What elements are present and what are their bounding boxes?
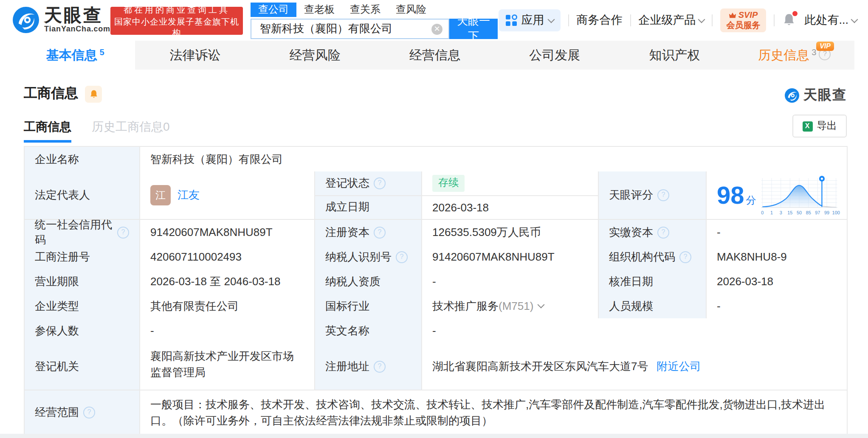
nav-coop-label: 商务合作 — [576, 13, 622, 28]
search-tab-company[interactable]: 查公司 — [251, 3, 296, 17]
subtab-business-info[interactable]: 工商信息 — [24, 120, 71, 143]
value-business-scope: 一般项目：技术服务、技术开发、技术咨询、技术交流、技术转让、技术推广,汽车零部件… — [140, 390, 847, 434]
tianyancha-company-page: 天眼查 TianYanCha.com 都在用的商业查询工具 国家中小企业发展子基… — [0, 0, 868, 438]
tab-operation-risk[interactable]: 经营风险 — [255, 41, 375, 70]
value-national-industry[interactable]: 技术推广服务 (M751) — [422, 294, 599, 318]
chevron-down-icon — [851, 16, 858, 23]
value-insured-count: - — [140, 318, 315, 343]
apps-menu[interactable]: 应用 — [498, 9, 560, 31]
tab-basic-info[interactable]: 基本信息 5 — [15, 41, 135, 70]
table-row: 工商注册号 420607110002493 纳税人识别号 ? 91420607M… — [25, 244, 847, 269]
tianyancha-logo-icon — [13, 6, 39, 33]
label-english-name: 英文名称 — [315, 318, 422, 343]
notification-dot — [792, 11, 798, 16]
search-box: 查公司 查老板 查关系 查风险 ✕ 天眼一下 — [251, 3, 498, 39]
tab-label: 历史信息 — [758, 47, 809, 63]
label-text: 经营范围 — [35, 404, 79, 420]
table-row: 经营范围 ? 一般项目：技术服务、技术开发、技术咨询、技术交流、技术转让、技术推… — [25, 390, 847, 435]
value-tianyan-score: 98 分 — [707, 171, 847, 219]
search-tab-risk[interactable]: 查风险 — [388, 3, 434, 17]
tab-operation-info[interactable]: 经营信息 — [375, 41, 495, 70]
legal-representative-link[interactable]: 江友 — [178, 188, 200, 203]
label-text: 实缴资本 — [609, 225, 653, 240]
value-org-code: MAK8NHU8-9 — [707, 244, 847, 269]
value-approval-date: 2026-03-18 — [707, 269, 847, 294]
label-taxpayer-qualification: 纳税人资质 — [315, 269, 422, 294]
help-icon[interactable]: ? — [657, 189, 669, 201]
tab-label: 经营风险 — [290, 47, 341, 63]
subtab-history-business-info[interactable]: 历史工商信息0 — [92, 120, 170, 143]
svg-text:1: 1 — [770, 210, 773, 215]
nav-enterprise-products[interactable]: 企业级产品 — [638, 13, 704, 28]
value-taxpayer-id: 91420607MAK8NHU89T — [422, 244, 599, 269]
page-bottom-strip — [0, 434, 868, 438]
label-text: 纳税人识别号 — [325, 249, 392, 264]
score-distribution-chart: 0 1 3 15 50 85 97 99 100 — [758, 173, 840, 217]
svg-text:97: 97 — [815, 210, 820, 215]
divider — [568, 14, 569, 26]
export-button[interactable]: X 导出 — [792, 115, 847, 138]
tab-basic-info-label: 基本信息 — [46, 47, 97, 63]
label-national-industry: 国标行业 — [315, 294, 422, 318]
help-icon[interactable]: ? — [396, 251, 408, 263]
apps-label: 应用 — [521, 13, 544, 28]
avatar: 江 — [150, 185, 171, 205]
section-header: 工商信息 — [24, 85, 102, 103]
search-input[interactable] — [258, 22, 431, 36]
nearby-companies-link[interactable]: 附近公司 — [657, 359, 701, 374]
label-tianyan-score: 天眼评分 ? — [599, 171, 707, 219]
label-registered-address: 注册地址 ? — [315, 343, 422, 390]
tab-label: 法律诉讼 — [169, 47, 220, 63]
value-registered-capital: 126535.5309万人民币 — [422, 220, 599, 244]
help-icon[interactable]: ? — [83, 406, 95, 418]
tab-history-info[interactable]: 历史信息 3 ? VIP — [735, 41, 854, 70]
business-info-table: 企业名称 智新科技（襄阳）有限公司 法定代表人 江 江友 登记状态 ? 存续 — [24, 146, 848, 435]
label-insured-count: 参保人数 — [25, 318, 140, 343]
tianyancha-logo-icon — [785, 88, 799, 103]
help-icon[interactable]: ? — [374, 177, 386, 189]
crown-icon — [729, 12, 737, 19]
label-text: 天眼评分 — [609, 188, 653, 203]
label-paid-capital: 实缴资本 ? — [599, 220, 707, 244]
label-registered-capital: 注册资本 ? — [315, 220, 422, 244]
tab-basic-info-count: 5 — [100, 47, 104, 56]
monitor-bell-button[interactable] — [85, 85, 102, 102]
excel-icon: X — [802, 121, 812, 131]
tab-legal-litigation[interactable]: 法律诉讼 — [135, 41, 255, 70]
chevron-down-icon — [547, 16, 555, 23]
svg-text:99: 99 — [824, 210, 829, 215]
label-credit-code: 统一社会信用代码 ? — [25, 220, 140, 244]
value-taxpayer-qualification: - — [422, 269, 599, 294]
search-tab-relation[interactable]: 查关系 — [342, 3, 388, 17]
nav-business-cooperation[interactable]: 商务合作 — [576, 13, 622, 28]
label-text: 统一社会信用代码 — [35, 217, 113, 247]
brand-domain: TianYanCha.com — [44, 25, 110, 33]
industry-name: 技术推广服务 — [432, 298, 499, 314]
svip-label-top: SVIP — [738, 10, 758, 20]
help-icon[interactable]: ? — [117, 226, 129, 238]
value-establish-date: 2026-03-18 — [422, 196, 599, 219]
nav-enterprise-label: 企业级产品 — [638, 13, 696, 28]
promo-line1: 都在用的商业查询工具 — [110, 4, 243, 16]
chevron-down-icon — [698, 16, 705, 23]
help-icon[interactable]: ? — [374, 226, 386, 238]
search-tab-boss[interactable]: 查老板 — [296, 3, 342, 17]
clear-search-icon[interactable]: ✕ — [431, 24, 442, 35]
label-text: 组织机构代码 — [609, 249, 675, 264]
tab-company-development[interactable]: 公司发展 — [495, 41, 614, 70]
svip-membership-button[interactable]: SVIP 会员服务 — [720, 8, 766, 32]
table-row: 登记机关 襄阳高新技术产业开发区市场监督管理局 注册地址 ? 湖北省襄阳高新技术… — [25, 343, 847, 390]
value-company-type: 其他有限责任公司 — [140, 294, 315, 318]
user-account-menu[interactable]: 此处有... — [804, 13, 857, 28]
help-icon[interactable]: ? — [679, 251, 691, 263]
label-text: 注册资本 — [325, 225, 369, 240]
value-legal-representative: 江 江友 — [140, 171, 315, 219]
help-icon[interactable]: ? — [374, 360, 386, 372]
search-button[interactable]: 天眼一下 — [449, 19, 498, 39]
tianyancha-logo[interactable]: 天眼查 TianYanCha.com — [13, 6, 110, 33]
value-company-name: 智新科技（襄阳）有限公司 — [140, 147, 847, 171]
help-icon[interactable]: ? — [657, 226, 669, 238]
score-number: 98 — [717, 183, 744, 208]
tab-intellectual-property[interactable]: 知识产权 — [614, 41, 734, 70]
notifications-bell[interactable] — [782, 13, 797, 28]
